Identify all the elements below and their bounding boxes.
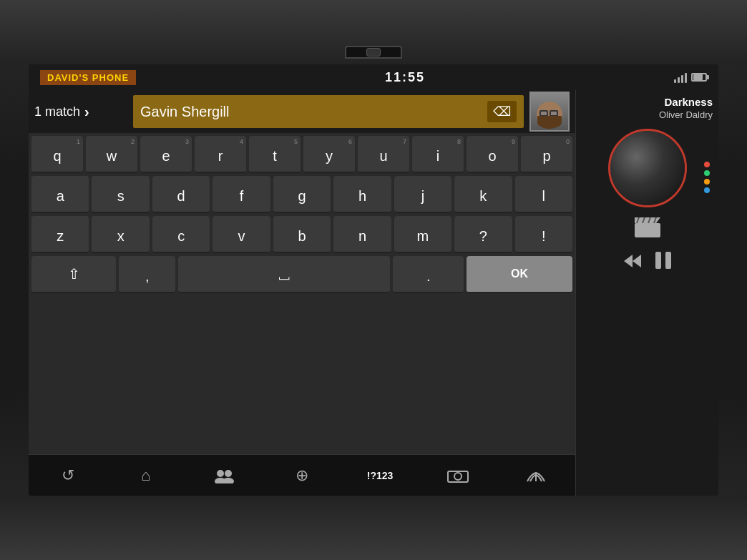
search-row: 1 match › Gavin Shergill ⌫	[29, 90, 575, 133]
camera-button[interactable]	[440, 468, 476, 483]
media-panel: Darkness Oliver Daldry	[575, 90, 718, 496]
antenna-button[interactable]	[518, 468, 554, 483]
signal-icon	[674, 72, 687, 83]
indicator-red	[704, 162, 710, 167]
globe-button[interactable]: ⊕	[284, 466, 320, 485]
camera-bump	[345, 46, 402, 59]
media-indicators	[704, 162, 710, 193]
keyboard-row-4: ⇧ , ⎵ . OK	[31, 256, 572, 293]
contact-avatar[interactable]	[529, 92, 570, 132]
key-b[interactable]: b	[273, 216, 331, 253]
keyboard-row-2: a s d f g h j k l	[31, 176, 572, 213]
key-f[interactable]: f	[213, 176, 270, 213]
svg-point-0	[217, 470, 224, 477]
key-d[interactable]: d	[152, 176, 210, 213]
key-z[interactable]: z	[31, 216, 89, 253]
search-input-container[interactable]: Gavin Shergill ⌫	[133, 95, 524, 128]
key-y[interactable]: 6y	[303, 136, 355, 173]
album-art	[608, 129, 687, 207]
avatar-face	[537, 102, 562, 127]
media-controls	[582, 250, 713, 275]
key-e[interactable]: 3e	[140, 136, 192, 173]
key-j[interactable]: j	[394, 176, 451, 213]
key-h[interactable]: h	[333, 176, 391, 213]
key-i[interactable]: 8i	[412, 136, 464, 173]
match-arrow-icon[interactable]: ›	[84, 104, 89, 120]
ok-key[interactable]: OK	[467, 256, 572, 293]
svg-marker-13	[624, 255, 633, 267]
home-button[interactable]: ⌂	[128, 466, 164, 485]
search-text: Gavin Shergill	[140, 104, 487, 120]
key-w[interactable]: 2w	[86, 136, 137, 173]
svg-point-3	[223, 478, 234, 483]
device-frame: DAVID'S PHONE 11:55	[0, 0, 747, 560]
key-l[interactable]: l	[515, 176, 572, 213]
keyboard-row-3: z x c v b n m ? !	[31, 216, 572, 253]
key-a[interactable]: a	[31, 176, 89, 213]
phone-label: DAVID'S PHONE	[40, 70, 136, 85]
key-u[interactable]: 7u	[358, 136, 409, 173]
key-k[interactable]: k	[454, 176, 512, 213]
top-bezel	[0, 0, 747, 64]
backspace-button[interactable]: ⌫	[487, 101, 517, 122]
key-n[interactable]: n	[333, 216, 391, 253]
key-p[interactable]: 0p	[521, 136, 572, 173]
comma-key[interactable]: ,	[119, 256, 175, 293]
avatar-image	[531, 93, 568, 130]
key-question[interactable]: ?	[454, 216, 512, 253]
match-section: 1 match ›	[34, 104, 127, 120]
bottom-bezel	[0, 496, 747, 560]
svg-rect-15	[655, 252, 661, 269]
space-key[interactable]: ⎵	[178, 256, 390, 293]
symbols-button[interactable]: !?123	[362, 470, 398, 481]
svg-marker-14	[633, 255, 641, 267]
clock: 11:55	[385, 70, 425, 85]
key-x[interactable]: x	[92, 216, 149, 253]
rewind-button[interactable]	[622, 253, 643, 273]
svg-point-1	[225, 470, 232, 477]
status-bar: DAVID'S PHONE 11:55	[29, 64, 718, 90]
back-button[interactable]: ↺	[50, 466, 86, 485]
period-key[interactable]: .	[393, 256, 464, 293]
key-exclaim[interactable]: !	[515, 216, 572, 253]
pause-button[interactable]	[654, 250, 673, 275]
key-r[interactable]: 4r	[195, 136, 246, 173]
key-m[interactable]: m	[394, 216, 451, 253]
screen: DAVID'S PHONE 11:55	[29, 64, 718, 496]
indicator-yellow	[704, 179, 710, 185]
key-c[interactable]: c	[152, 216, 210, 253]
main-content: 1 match › Gavin Shergill ⌫	[29, 90, 718, 496]
svg-rect-16	[665, 252, 671, 269]
song-title: Darkness	[582, 96, 713, 108]
contacts-button[interactable]	[206, 468, 242, 483]
indicator-green	[704, 170, 710, 176]
album-art-image	[610, 131, 685, 205]
key-q[interactable]: 1q	[31, 136, 83, 173]
indicator-blue	[704, 187, 710, 193]
key-v[interactable]: v	[213, 216, 270, 253]
key-g[interactable]: g	[273, 176, 331, 213]
song-artist: Oliver Daldry	[582, 109, 713, 120]
keyboard-panel: 1 match › Gavin Shergill ⌫	[29, 90, 575, 496]
battery-icon	[691, 73, 707, 82]
shift-key[interactable]: ⇧	[31, 256, 116, 293]
camera-lens	[366, 48, 381, 57]
key-t[interactable]: 5t	[249, 136, 301, 173]
avatar-beard	[537, 116, 562, 129]
clapper-icon	[635, 217, 660, 242]
svg-rect-7	[635, 223, 660, 237]
svg-point-5	[454, 473, 462, 480]
status-icons	[674, 72, 707, 83]
match-count: 1 match	[34, 104, 80, 119]
key-o[interactable]: 9o	[467, 136, 518, 173]
key-s[interactable]: s	[92, 176, 149, 213]
bottom-toolbar: ↺ ⌂ ⊕ !?123	[29, 454, 575, 496]
keyboard: 1q 2w 3e 4r 5t 6y 7u 8i 9o 0p a s	[29, 133, 575, 454]
keyboard-row-1: 1q 2w 3e 4r 5t 6y 7u 8i 9o 0p	[31, 136, 572, 173]
